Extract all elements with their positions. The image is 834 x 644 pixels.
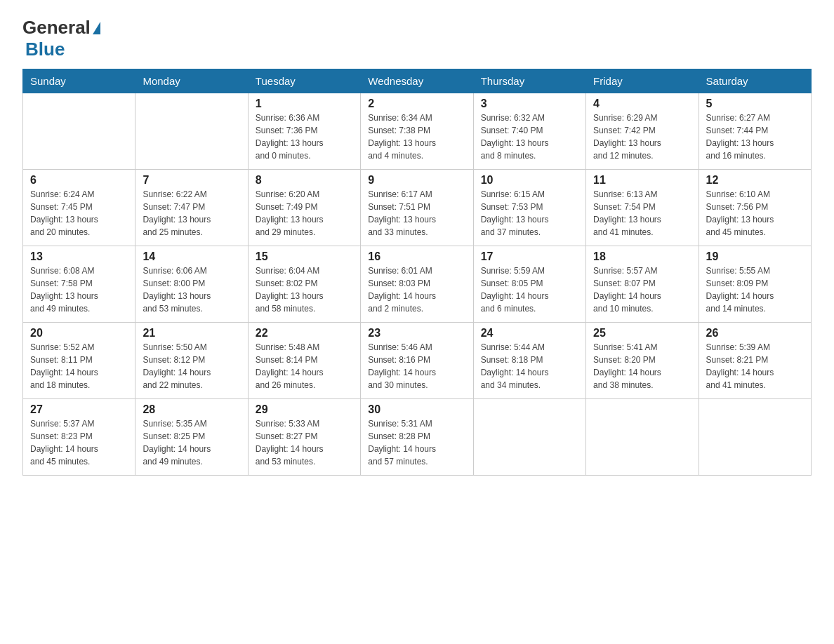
day-info: Sunrise: 6:27 AMSunset: 7:44 PMDaylight:… (706, 112, 804, 162)
day-number: 8 (256, 174, 353, 187)
calendar-cell: 8Sunrise: 6:20 AMSunset: 7:49 PMDaylight… (248, 170, 360, 246)
day-number: 27 (30, 403, 128, 416)
day-info: Sunrise: 5:48 AMSunset: 8:14 PMDaylight:… (256, 341, 353, 391)
day-info: Sunrise: 6:22 AMSunset: 7:47 PMDaylight:… (143, 188, 240, 239)
calendar-cell: 5Sunrise: 6:27 AMSunset: 7:44 PMDaylight… (699, 93, 811, 170)
day-info: Sunrise: 5:50 AMSunset: 8:12 PMDaylight:… (143, 341, 240, 391)
day-info: Sunrise: 6:29 AMSunset: 7:42 PMDaylight:… (593, 112, 691, 162)
day-info: Sunrise: 5:31 AMSunset: 8:28 PMDaylight:… (368, 417, 465, 468)
weekday-header-tuesday: Tuesday (248, 69, 360, 93)
calendar-cell (699, 399, 811, 476)
weekday-header-saturday: Saturday (699, 69, 811, 93)
day-number: 16 (368, 250, 465, 263)
calendar-cell: 3Sunrise: 6:32 AMSunset: 7:40 PMDaylight… (473, 93, 585, 170)
calendar-cell: 15Sunrise: 6:04 AMSunset: 8:02 PMDayligh… (248, 246, 360, 323)
calendar-cell: 10Sunrise: 6:15 AMSunset: 7:53 PMDayligh… (473, 170, 585, 246)
day-number: 19 (706, 250, 804, 263)
day-info: Sunrise: 6:34 AMSunset: 7:38 PMDaylight:… (368, 112, 465, 162)
day-number: 9 (368, 174, 465, 187)
day-number: 17 (481, 250, 578, 263)
calendar-cell: 6Sunrise: 6:24 AMSunset: 7:45 PMDaylight… (23, 170, 135, 246)
calendar-cell: 25Sunrise: 5:41 AMSunset: 8:20 PMDayligh… (586, 323, 699, 399)
day-number: 14 (143, 250, 240, 263)
calendar-cell: 17Sunrise: 5:59 AMSunset: 8:05 PMDayligh… (473, 246, 585, 323)
calendar-cell: 11Sunrise: 6:13 AMSunset: 7:54 PMDayligh… (586, 170, 699, 246)
day-number: 15 (256, 250, 353, 263)
weekday-header-sunday: Sunday (23, 69, 135, 93)
day-info: Sunrise: 5:33 AMSunset: 8:27 PMDaylight:… (256, 417, 353, 468)
calendar-cell: 4Sunrise: 6:29 AMSunset: 7:42 PMDaylight… (586, 93, 699, 170)
logo-triangle-icon (93, 22, 100, 34)
day-number: 28 (143, 403, 240, 416)
calendar-cell: 28Sunrise: 5:35 AMSunset: 8:25 PMDayligh… (135, 399, 248, 476)
calendar-cell: 9Sunrise: 6:17 AMSunset: 7:51 PMDaylight… (361, 170, 473, 246)
day-number: 6 (30, 174, 128, 187)
calendar-cell: 21Sunrise: 5:50 AMSunset: 8:12 PMDayligh… (135, 323, 248, 399)
calendar-week-row: 13Sunrise: 6:08 AMSunset: 7:58 PMDayligh… (23, 246, 812, 323)
calendar-cell: 1Sunrise: 6:36 AMSunset: 7:36 PMDaylight… (248, 93, 360, 170)
day-number: 3 (481, 98, 578, 110)
day-number: 1 (256, 98, 353, 110)
day-info: Sunrise: 5:57 AMSunset: 8:07 PMDaylight:… (593, 264, 691, 315)
calendar-cell: 7Sunrise: 6:22 AMSunset: 7:47 PMDaylight… (135, 170, 248, 246)
calendar-cell (586, 399, 699, 476)
day-number: 21 (143, 327, 240, 340)
day-number: 26 (706, 327, 804, 340)
day-info: Sunrise: 6:32 AMSunset: 7:40 PMDaylight:… (481, 112, 578, 162)
day-info: Sunrise: 5:35 AMSunset: 8:25 PMDaylight:… (143, 417, 240, 468)
day-info: Sunrise: 6:36 AMSunset: 7:36 PMDaylight:… (256, 112, 353, 162)
calendar-cell: 16Sunrise: 6:01 AMSunset: 8:03 PMDayligh… (361, 246, 473, 323)
day-info: Sunrise: 6:01 AMSunset: 8:03 PMDaylight:… (368, 264, 465, 315)
calendar-cell: 30Sunrise: 5:31 AMSunset: 8:28 PMDayligh… (361, 399, 473, 476)
day-number: 22 (256, 327, 353, 340)
calendar-cell: 13Sunrise: 6:08 AMSunset: 7:58 PMDayligh… (23, 246, 135, 323)
day-number: 29 (256, 403, 353, 416)
calendar-cell: 14Sunrise: 6:06 AMSunset: 8:00 PMDayligh… (135, 246, 248, 323)
day-info: Sunrise: 5:39 AMSunset: 8:21 PMDaylight:… (706, 341, 804, 391)
calendar-header: SundayMondayTuesdayWednesdayThursdayFrid… (23, 69, 812, 93)
day-number: 30 (368, 403, 465, 416)
calendar-table: SundayMondayTuesdayWednesdayThursdayFrid… (22, 69, 812, 476)
calendar-body: 1Sunrise: 6:36 AMSunset: 7:36 PMDaylight… (23, 93, 812, 476)
day-info: Sunrise: 6:13 AMSunset: 7:54 PMDaylight:… (593, 188, 691, 239)
calendar-week-row: 1Sunrise: 6:36 AMSunset: 7:36 PMDaylight… (23, 93, 812, 170)
day-info: Sunrise: 5:44 AMSunset: 8:18 PMDaylight:… (481, 341, 578, 391)
calendar-cell: 18Sunrise: 5:57 AMSunset: 8:07 PMDayligh… (586, 246, 699, 323)
day-number: 23 (368, 327, 465, 340)
day-number: 20 (30, 327, 128, 340)
weekday-header-friday: Friday (586, 69, 699, 93)
calendar-cell: 26Sunrise: 5:39 AMSunset: 8:21 PMDayligh… (699, 323, 811, 399)
day-number: 12 (706, 174, 804, 187)
calendar-cell: 20Sunrise: 5:52 AMSunset: 8:11 PMDayligh… (23, 323, 135, 399)
day-number: 13 (30, 250, 128, 263)
weekday-header-row: SundayMondayTuesdayWednesdayThursdayFrid… (23, 69, 812, 93)
calendar-cell: 19Sunrise: 5:55 AMSunset: 8:09 PMDayligh… (699, 246, 811, 323)
calendar-cell (473, 399, 585, 476)
logo-blue-text: Blue (25, 39, 65, 60)
day-info: Sunrise: 6:24 AMSunset: 7:45 PMDaylight:… (30, 188, 128, 239)
day-info: Sunrise: 5:46 AMSunset: 8:16 PMDaylight:… (368, 341, 465, 391)
calendar-cell (23, 93, 135, 170)
weekday-header-thursday: Thursday (473, 69, 585, 93)
logo: General Blue (22, 17, 102, 60)
day-info: Sunrise: 6:04 AMSunset: 8:02 PMDaylight:… (256, 264, 353, 315)
day-number: 11 (593, 174, 691, 187)
day-number: 25 (593, 327, 691, 340)
day-number: 24 (481, 327, 578, 340)
day-info: Sunrise: 5:41 AMSunset: 8:20 PMDaylight:… (593, 341, 691, 391)
day-info: Sunrise: 6:06 AMSunset: 8:00 PMDaylight:… (143, 264, 240, 315)
logo-general-text: General (22, 17, 91, 39)
weekday-header-monday: Monday (135, 69, 248, 93)
calendar-cell: 12Sunrise: 6:10 AMSunset: 7:56 PMDayligh… (699, 170, 811, 246)
calendar-cell: 2Sunrise: 6:34 AMSunset: 7:38 PMDaylight… (361, 93, 473, 170)
day-number: 5 (706, 98, 804, 110)
day-number: 7 (143, 174, 240, 187)
calendar-cell: 22Sunrise: 5:48 AMSunset: 8:14 PMDayligh… (248, 323, 360, 399)
calendar-cell: 29Sunrise: 5:33 AMSunset: 8:27 PMDayligh… (248, 399, 360, 476)
weekday-header-wednesday: Wednesday (361, 69, 473, 93)
day-info: Sunrise: 5:37 AMSunset: 8:23 PMDaylight:… (30, 417, 128, 468)
day-info: Sunrise: 6:20 AMSunset: 7:49 PMDaylight:… (256, 188, 353, 239)
page-header: General Blue (22, 17, 812, 60)
calendar-week-row: 27Sunrise: 5:37 AMSunset: 8:23 PMDayligh… (23, 399, 812, 476)
calendar-week-row: 20Sunrise: 5:52 AMSunset: 8:11 PMDayligh… (23, 323, 812, 399)
